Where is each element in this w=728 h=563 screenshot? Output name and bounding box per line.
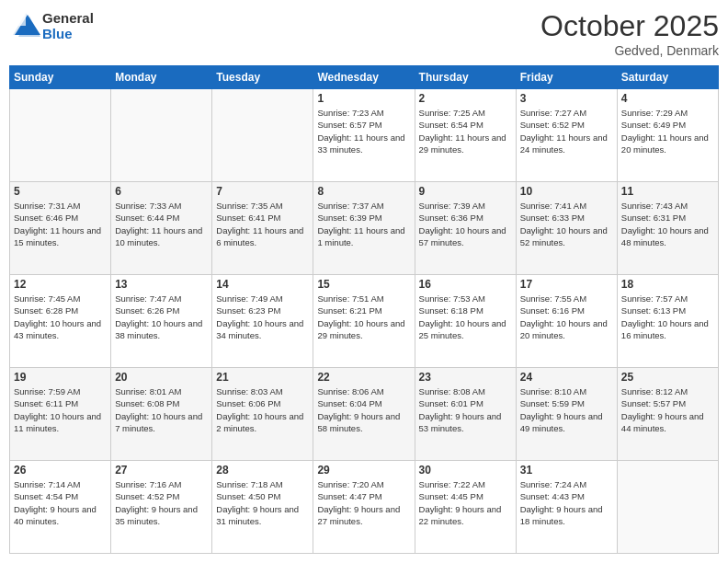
calendar-cell: 4Sunrise: 7:29 AM Sunset: 6:49 PM Daylig… <box>617 89 718 182</box>
day-info: Sunrise: 8:10 AM Sunset: 5:59 PM Dayligh… <box>520 385 613 434</box>
day-info: Sunrise: 8:08 AM Sunset: 6:01 PM Dayligh… <box>419 385 512 434</box>
day-info: Sunrise: 7:24 AM Sunset: 4:43 PM Dayligh… <box>520 478 613 527</box>
calendar-cell: 22Sunrise: 8:06 AM Sunset: 6:04 PM Dayli… <box>313 368 415 461</box>
header-thursday: Thursday <box>415 66 516 89</box>
calendar-cell: 7Sunrise: 7:35 AM Sunset: 6:41 PM Daylig… <box>212 182 313 275</box>
calendar-cell: 31Sunrise: 7:24 AM Sunset: 4:43 PM Dayli… <box>516 461 617 554</box>
day-number: 22 <box>317 371 410 384</box>
weekday-header-row: Sunday Monday Tuesday Wednesday Thursday… <box>10 66 719 89</box>
location: Gedved, Denmark <box>540 43 719 58</box>
day-number: 1 <box>317 92 410 105</box>
header-tuesday: Tuesday <box>212 66 313 89</box>
logo-text: General Blue <box>42 10 94 41</box>
day-number: 30 <box>419 464 512 477</box>
day-number: 14 <box>216 278 309 291</box>
day-info: Sunrise: 8:12 AM Sunset: 5:57 PM Dayligh… <box>621 385 714 434</box>
day-number: 23 <box>419 371 512 384</box>
day-info: Sunrise: 7:53 AM Sunset: 6:18 PM Dayligh… <box>419 293 512 341</box>
day-number: 6 <box>115 185 208 198</box>
day-number: 25 <box>621 371 714 384</box>
calendar-cell: 8Sunrise: 7:37 AM Sunset: 6:39 PM Daylig… <box>313 182 415 275</box>
calendar-cell: 25Sunrise: 8:12 AM Sunset: 5:57 PM Dayli… <box>617 368 718 461</box>
header-saturday: Saturday <box>617 66 718 89</box>
day-number: 17 <box>520 278 613 291</box>
day-info: Sunrise: 7:37 AM Sunset: 6:39 PM Dayligh… <box>317 200 410 248</box>
logo-icon <box>9 9 42 42</box>
logo-blue: Blue <box>42 26 94 41</box>
calendar-cell: 18Sunrise: 7:57 AM Sunset: 6:13 PM Dayli… <box>617 275 718 368</box>
day-info: Sunrise: 8:03 AM Sunset: 6:06 PM Dayligh… <box>216 385 309 434</box>
calendar-week-3: 19Sunrise: 7:59 AM Sunset: 6:11 PM Dayli… <box>10 368 719 461</box>
day-number: 2 <box>419 92 512 105</box>
calendar-cell: 10Sunrise: 7:41 AM Sunset: 6:33 PM Dayli… <box>516 182 617 275</box>
calendar-week-2: 12Sunrise: 7:45 AM Sunset: 6:28 PM Dayli… <box>10 275 719 368</box>
calendar-cell: 26Sunrise: 7:14 AM Sunset: 4:54 PM Dayli… <box>10 461 111 554</box>
day-info: Sunrise: 7:51 AM Sunset: 6:21 PM Dayligh… <box>317 293 410 341</box>
calendar-week-0: 1Sunrise: 7:23 AM Sunset: 6:57 PM Daylig… <box>10 89 719 182</box>
day-number: 29 <box>317 464 410 477</box>
day-info: Sunrise: 7:43 AM Sunset: 6:31 PM Dayligh… <box>621 200 714 248</box>
day-number: 19 <box>14 371 107 384</box>
calendar-cell: 24Sunrise: 8:10 AM Sunset: 5:59 PM Dayli… <box>516 368 617 461</box>
day-number: 5 <box>14 185 107 198</box>
calendar-cell: 17Sunrise: 7:55 AM Sunset: 6:16 PM Dayli… <box>516 275 617 368</box>
month-title: October 2025 <box>540 9 719 43</box>
calendar-cell: 21Sunrise: 8:03 AM Sunset: 6:06 PM Dayli… <box>212 368 313 461</box>
day-info: Sunrise: 7:20 AM Sunset: 4:47 PM Dayligh… <box>317 478 410 527</box>
day-number: 3 <box>520 92 613 105</box>
day-info: Sunrise: 7:18 AM Sunset: 4:50 PM Dayligh… <box>216 478 309 527</box>
page: General Blue October 2025 Gedved, Denmar… <box>0 0 728 563</box>
day-info: Sunrise: 7:14 AM Sunset: 4:54 PM Dayligh… <box>14 478 107 527</box>
day-number: 24 <box>520 371 613 384</box>
day-number: 4 <box>621 92 714 105</box>
day-number: 11 <box>621 185 714 198</box>
day-number: 21 <box>216 371 309 384</box>
calendar-cell: 20Sunrise: 8:01 AM Sunset: 6:08 PM Dayli… <box>111 368 212 461</box>
calendar-cell <box>10 89 111 182</box>
calendar-cell <box>212 89 313 182</box>
day-number: 15 <box>317 278 410 291</box>
day-info: Sunrise: 7:23 AM Sunset: 6:57 PM Dayligh… <box>317 107 410 155</box>
day-number: 13 <box>115 278 208 291</box>
calendar-cell: 15Sunrise: 7:51 AM Sunset: 6:21 PM Dayli… <box>313 275 415 368</box>
day-number: 18 <box>621 278 714 291</box>
day-info: Sunrise: 7:45 AM Sunset: 6:28 PM Dayligh… <box>14 293 107 341</box>
calendar-week-4: 26Sunrise: 7:14 AM Sunset: 4:54 PM Dayli… <box>10 461 719 554</box>
day-info: Sunrise: 7:57 AM Sunset: 6:13 PM Dayligh… <box>621 293 714 341</box>
day-info: Sunrise: 7:59 AM Sunset: 6:11 PM Dayligh… <box>14 385 107 434</box>
calendar-cell: 27Sunrise: 7:16 AM Sunset: 4:52 PM Dayli… <box>111 461 212 554</box>
day-number: 16 <box>419 278 512 291</box>
day-number: 28 <box>216 464 309 477</box>
calendar-cell: 30Sunrise: 7:22 AM Sunset: 4:45 PM Dayli… <box>415 461 516 554</box>
day-number: 7 <box>216 185 309 198</box>
day-info: Sunrise: 8:06 AM Sunset: 6:04 PM Dayligh… <box>317 385 410 434</box>
header-sunday: Sunday <box>10 66 111 89</box>
day-info: Sunrise: 7:33 AM Sunset: 6:44 PM Dayligh… <box>115 200 208 248</box>
header-friday: Friday <box>516 66 617 89</box>
calendar-cell: 1Sunrise: 7:23 AM Sunset: 6:57 PM Daylig… <box>313 89 415 182</box>
calendar-cell: 13Sunrise: 7:47 AM Sunset: 6:26 PM Dayli… <box>111 275 212 368</box>
calendar-cell: 14Sunrise: 7:49 AM Sunset: 6:23 PM Dayli… <box>212 275 313 368</box>
day-number: 26 <box>14 464 107 477</box>
header-wednesday: Wednesday <box>313 66 415 89</box>
day-info: Sunrise: 7:39 AM Sunset: 6:36 PM Dayligh… <box>419 200 512 248</box>
calendar-table: Sunday Monday Tuesday Wednesday Thursday… <box>9 65 719 554</box>
day-info: Sunrise: 7:47 AM Sunset: 6:26 PM Dayligh… <box>115 293 208 341</box>
day-info: Sunrise: 7:29 AM Sunset: 6:49 PM Dayligh… <box>621 107 714 155</box>
day-info: Sunrise: 7:31 AM Sunset: 6:46 PM Dayligh… <box>14 200 107 248</box>
title-section: October 2025 Gedved, Denmark <box>540 9 719 58</box>
logo-general: General <box>42 10 94 26</box>
calendar-week-1: 5Sunrise: 7:31 AM Sunset: 6:46 PM Daylig… <box>10 182 719 275</box>
calendar-cell: 9Sunrise: 7:39 AM Sunset: 6:36 PM Daylig… <box>415 182 516 275</box>
calendar-cell <box>111 89 212 182</box>
calendar-cell: 16Sunrise: 7:53 AM Sunset: 6:18 PM Dayli… <box>415 275 516 368</box>
day-info: Sunrise: 7:55 AM Sunset: 6:16 PM Dayligh… <box>520 293 613 341</box>
header: General Blue October 2025 Gedved, Denmar… <box>9 9 719 58</box>
header-monday: Monday <box>111 66 212 89</box>
calendar-cell <box>617 461 718 554</box>
logo: General Blue <box>9 9 94 42</box>
calendar-cell: 5Sunrise: 7:31 AM Sunset: 6:46 PM Daylig… <box>10 182 111 275</box>
day-info: Sunrise: 7:35 AM Sunset: 6:41 PM Dayligh… <box>216 200 309 248</box>
day-number: 12 <box>14 278 107 291</box>
day-info: Sunrise: 7:16 AM Sunset: 4:52 PM Dayligh… <box>115 478 208 527</box>
